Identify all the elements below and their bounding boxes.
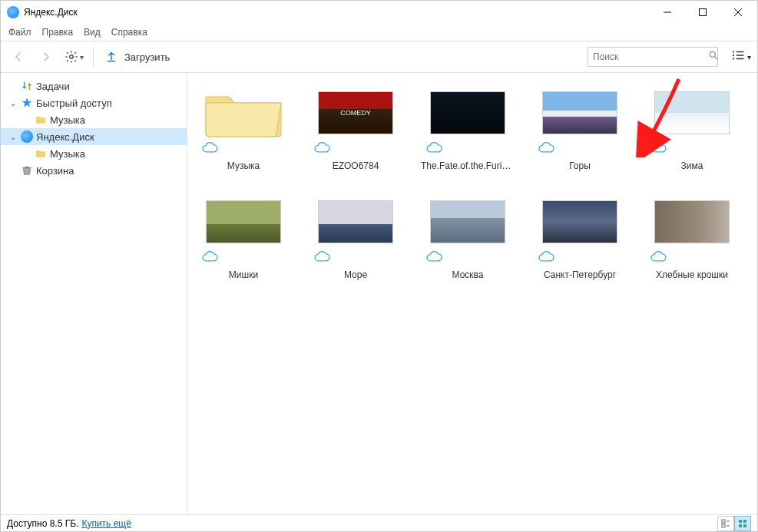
file-thumbnail (655, 92, 729, 134)
file-label: Море (309, 269, 402, 280)
file-thumbnail (207, 201, 280, 243)
toolbar: ▾ Загрузить ▾ (1, 41, 757, 73)
view-icons-button[interactable] (734, 516, 751, 531)
maximize-button[interactable] (685, 1, 720, 24)
sidebar-item-trash[interactable]: ▾ Корзина (1, 162, 187, 179)
trash-icon (21, 164, 33, 177)
sidebar-item-tasks[interactable]: ▾ Задачи (1, 78, 187, 94)
toolbar-divider (93, 48, 94, 66)
tree-label: Музыка (50, 114, 85, 126)
file-thumbnail (431, 92, 505, 134)
nav-back-button[interactable] (7, 45, 30, 68)
file-label: Зима (645, 160, 739, 171)
view-menu-button[interactable]: ▾ (730, 48, 751, 65)
cloud-sync-icon (197, 249, 290, 266)
file-tile[interactable]: Москва (421, 194, 515, 280)
menu-item-view[interactable]: Вид (84, 27, 101, 38)
menu-bar: Файл Правка Вид Справка (1, 24, 757, 41)
main-area: ▾ Задачи ⌄ Быстрый доступ ▾ Музыка (1, 73, 757, 514)
tree-label: Задачи (36, 81, 70, 92)
svg-rect-14 (722, 520, 725, 523)
status-bar: Доступно 8.5 ГБ. Купить ещё (1, 514, 757, 531)
nav-forward-button[interactable] (35, 45, 58, 68)
upload-button[interactable]: Загрузить (101, 49, 173, 65)
svg-point-6 (710, 51, 715, 57)
svg-point-10 (733, 58, 734, 59)
close-button[interactable] (720, 1, 756, 24)
sidebar-item-music-yd[interactable]: ▾ Музыка (1, 145, 187, 162)
file-tile[interactable]: COMEDYEZOO6784 (309, 85, 402, 171)
file-tile[interactable]: Санкт-Петербург (533, 194, 627, 280)
tree-label: Корзина (36, 165, 74, 177)
tree-label: Быстрый доступ (36, 97, 112, 109)
folder-icon (35, 147, 47, 160)
yadisk-icon (21, 131, 33, 143)
search-box[interactable] (588, 47, 718, 67)
search-input[interactable] (593, 51, 708, 62)
search-icon (708, 50, 719, 64)
svg-point-4 (69, 55, 73, 59)
file-tile[interactable]: Мишки (197, 194, 290, 280)
svg-rect-15 (722, 524, 725, 527)
menu-item-help[interactable]: Справка (111, 27, 147, 38)
folder-icon (35, 114, 47, 126)
star-icon (21, 97, 33, 109)
caret-down-icon: ▾ (747, 53, 751, 61)
cloud-sync-icon (421, 140, 515, 157)
svg-rect-20 (739, 524, 742, 527)
view-mode-buttons (717, 516, 751, 531)
cloud-sync-icon (421, 249, 515, 266)
title-bar: Яндекс.Диск (1, 1, 757, 24)
file-thumbnail (543, 92, 617, 134)
cloud-sync-icon (197, 140, 290, 157)
file-tile[interactable]: Горы (533, 85, 627, 171)
svg-rect-18 (739, 520, 742, 523)
cloud-sync-icon (309, 249, 402, 266)
folder-icon (201, 86, 286, 140)
menu-item-file[interactable]: Файл (8, 27, 31, 38)
file-tile[interactable]: The.Fate.of.the.Furious.2... (421, 85, 515, 171)
file-label: Музыка (197, 160, 290, 171)
gear-icon (65, 50, 78, 64)
file-tile[interactable]: Хлебные крошки (645, 194, 739, 280)
svg-point-9 (733, 55, 734, 56)
file-tile[interactable]: Зима (645, 85, 739, 171)
svg-point-8 (733, 51, 734, 52)
app-window: Яндекс.Диск Файл Правка Вид Справка ▾ (0, 0, 758, 532)
upload-label: Загрузить (124, 51, 170, 63)
sidebar-item-yadisk[interactable]: ⌄ Яндекс.Диск (1, 128, 187, 145)
upload-icon (104, 49, 118, 65)
cloud-sync-icon (533, 249, 627, 266)
file-tile[interactable]: Музыка (197, 85, 290, 171)
svg-rect-1 (700, 9, 707, 16)
menu-item-edit[interactable]: Правка (42, 27, 74, 38)
file-label: Санкт-Петербург (533, 269, 627, 280)
settings-button[interactable]: ▾ (62, 45, 85, 68)
file-label: Мишки (197, 269, 290, 280)
file-label: Горы (533, 160, 627, 171)
list-icon (730, 48, 746, 65)
file-tile[interactable]: Море (309, 194, 402, 280)
tree-label: Музыка (50, 148, 85, 160)
cloud-sync-icon (645, 249, 739, 266)
file-thumbnail (655, 201, 729, 243)
sidebar-item-music-qa[interactable]: ▾ Музыка (1, 111, 187, 128)
file-label: Хлебные крошки (645, 269, 739, 280)
app-icon (7, 6, 19, 18)
cloud-sync-icon (533, 140, 627, 157)
svg-rect-19 (743, 520, 746, 523)
svg-rect-21 (743, 524, 746, 527)
free-space-label: Доступно 8.5 ГБ. (7, 518, 78, 529)
sidebar-tree: ▾ Задачи ⌄ Быстрый доступ ▾ Музыка (1, 73, 187, 514)
cloud-sync-icon (309, 140, 402, 157)
file-label: Москва (421, 269, 515, 280)
minimize-button[interactable] (650, 1, 685, 24)
view-details-button[interactable] (717, 516, 734, 531)
caret-down-icon: ▾ (80, 53, 84, 61)
file-thumbnail: COMEDY (319, 92, 392, 134)
file-thumbnail (543, 201, 617, 243)
sidebar-item-quick-access[interactable]: ⌄ Быстрый доступ (1, 94, 187, 111)
file-grid[interactable]: МузыкаCOMEDYEZOO6784The.Fate.of.the.Furi… (187, 73, 757, 514)
file-thumbnail (431, 201, 505, 243)
buy-more-link[interactable]: Купить ещё (81, 518, 131, 529)
